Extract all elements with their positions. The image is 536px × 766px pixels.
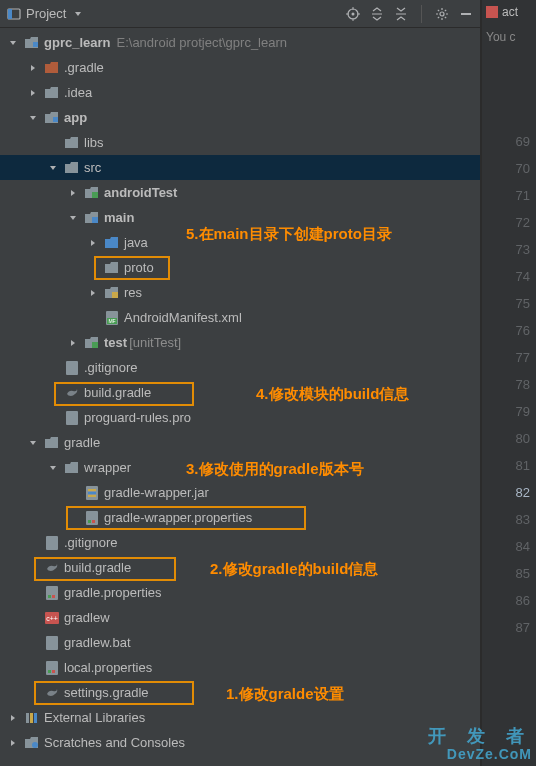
tree-node-main[interactable]: main <box>0 205 480 230</box>
tree-node-manifest[interactable]: MF AndroidManifest.xml <box>0 305 480 330</box>
svg-point-3 <box>352 12 355 15</box>
hide-icon[interactable] <box>458 6 474 22</box>
tree-node-proto[interactable]: proto <box>0 255 480 280</box>
tree-node-idea[interactable]: .idea <box>0 80 480 105</box>
scratches-icon <box>24 735 40 751</box>
tree-node-libs[interactable]: libs <box>0 130 480 155</box>
node-label: main <box>104 210 134 225</box>
chevron-right-icon[interactable] <box>86 286 100 300</box>
svg-rect-40 <box>26 713 29 723</box>
svg-rect-15 <box>92 217 98 223</box>
chevron-down-icon[interactable] <box>6 36 20 50</box>
tree-node-res[interactable]: res <box>0 280 480 305</box>
tree-node-external-libs[interactable]: External Libraries <box>0 705 480 730</box>
tree-node-gitignore-root[interactable]: .gitignore <box>0 530 480 555</box>
folder-icon <box>64 135 80 151</box>
chevron-right-icon[interactable] <box>66 186 80 200</box>
chevron-down-icon[interactable] <box>66 211 80 225</box>
svg-rect-20 <box>92 342 98 348</box>
chevron-down-icon[interactable] <box>26 436 40 450</box>
svg-rect-16 <box>112 292 118 298</box>
tree-node-gradle[interactable]: gradle <box>0 430 480 455</box>
node-label: .gitignore <box>84 360 137 375</box>
target-icon[interactable] <box>345 6 361 22</box>
svg-rect-25 <box>88 492 96 494</box>
svg-rect-36 <box>46 636 58 650</box>
node-label: Scratches and Consoles <box>44 735 185 750</box>
folder-test-icon <box>84 185 100 201</box>
chevron-right-icon[interactable] <box>6 711 20 725</box>
chevron-right-icon[interactable] <box>66 336 80 350</box>
chevron-right-icon[interactable] <box>6 736 20 750</box>
tree-node-gitignore-app[interactable]: .gitignore <box>0 355 480 380</box>
expand-all-icon[interactable] <box>369 6 385 22</box>
tree-node-java[interactable]: java <box>0 230 480 255</box>
chevron-right-icon[interactable] <box>26 61 40 75</box>
tree-node-src[interactable]: src <box>0 155 480 180</box>
chevron-down-icon[interactable] <box>46 461 60 475</box>
node-label: app <box>64 110 87 125</box>
project-tree[interactable]: gprc_learn E:\android protject\gprc_lear… <box>0 28 480 755</box>
tree-node-app[interactable]: app <box>0 105 480 130</box>
line-gutter: 69707172737475767778798081828384858687 <box>482 50 536 641</box>
svg-rect-12 <box>33 42 38 47</box>
tree-node-gradle-dir[interactable]: .gradle <box>0 55 480 80</box>
project-view-label[interactable]: Project <box>26 6 66 21</box>
tree-node-build-gradle-root[interactable]: build.gradle <box>0 555 480 580</box>
node-label: test <box>104 335 127 350</box>
node-label: local.properties <box>64 660 152 675</box>
tree-node-local-props[interactable]: local.properties <box>0 655 480 680</box>
tree-node-proguard[interactable]: proguard-rules.pro <box>0 405 480 430</box>
svg-rect-42 <box>34 713 37 723</box>
tree-node-androidtest[interactable]: androidTest <box>0 180 480 205</box>
tree-node-wrapper-props[interactable]: gradle-wrapper.properties <box>0 505 480 530</box>
tree-node-gradlew-bat[interactable]: gradlew.bat <box>0 630 480 655</box>
svg-rect-14 <box>92 192 98 198</box>
node-label: .idea <box>64 85 92 100</box>
node-label: proto <box>124 260 154 275</box>
separator <box>421 5 422 23</box>
tree-node-wrapper[interactable]: wrapper <box>0 455 480 480</box>
svg-rect-21 <box>66 361 78 375</box>
tree-node-build-gradle-app[interactable]: build.gradle <box>0 380 480 405</box>
folder-icon <box>44 85 60 101</box>
collapse-all-icon[interactable] <box>393 6 409 22</box>
tab-label: act <box>502 5 518 19</box>
chevron-right-icon[interactable] <box>26 86 40 100</box>
tree-node-settings-gradle[interactable]: settings.gradle <box>0 680 480 705</box>
tree-node-gradle-props[interactable]: gradle.properties <box>0 580 480 605</box>
tree-node-wrapper-jar[interactable]: gradle-wrapper.jar <box>0 480 480 505</box>
svg-rect-11 <box>461 13 471 15</box>
node-label: proguard-rules.pro <box>84 410 191 425</box>
node-label: AndroidManifest.xml <box>124 310 242 325</box>
node-label: .gradle <box>64 60 104 75</box>
node-suffix: [unitTest] <box>129 335 181 350</box>
tree-root[interactable]: gprc_learn E:\android protject\gprc_lear… <box>0 30 480 55</box>
gradle-file-icon <box>44 685 60 701</box>
svg-rect-28 <box>88 520 91 523</box>
editor-tab[interactable]: act <box>482 0 536 24</box>
editor-hint: You c <box>482 24 536 50</box>
project-view-icon <box>6 6 22 22</box>
dropdown-arrow-icon[interactable] <box>70 6 86 22</box>
svg-rect-38 <box>48 670 51 673</box>
chevron-down-icon[interactable] <box>46 161 60 175</box>
svg-rect-13 <box>53 117 58 122</box>
tree-node-test[interactable]: test [unitTest] <box>0 330 480 355</box>
gear-icon[interactable] <box>434 6 450 22</box>
svg-rect-30 <box>46 536 58 550</box>
node-label: res <box>124 285 142 300</box>
chevron-right-icon[interactable] <box>86 236 100 250</box>
gradle-file-icon <box>44 560 60 576</box>
file-icon <box>64 360 80 376</box>
svg-rect-22 <box>66 411 78 425</box>
tree-node-gradlew[interactable]: c++ gradlew <box>0 605 480 630</box>
tree-node-scratches[interactable]: Scratches and Consoles <box>0 730 480 755</box>
folder-icon <box>64 160 80 176</box>
svg-rect-39 <box>52 670 55 673</box>
file-icon <box>44 535 60 551</box>
node-label: gradle <box>64 435 100 450</box>
svg-rect-24 <box>88 489 96 491</box>
chevron-down-icon[interactable] <box>26 111 40 125</box>
node-label: External Libraries <box>44 710 145 725</box>
